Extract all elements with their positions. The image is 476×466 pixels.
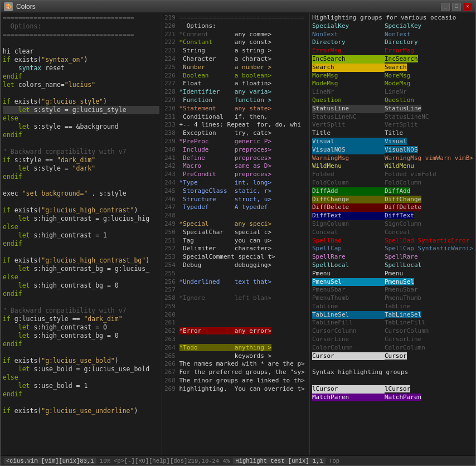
app-window: 🎨 Colors _ □ ✕ =========================… [0, 0, 476, 466]
main-content: ================================== Optio… [1, 13, 475, 455]
statusbar-text: <cius.vim [vim][unix]83,1 10% <p>[-][RO]… [1, 458, 475, 464]
left-code-panel[interactable]: ================================== Optio… [1, 13, 162, 455]
titlebar: 🎨 Colors _ □ ✕ [1, 1, 475, 13]
right-highlights-panel[interactable]: Highlighting groups for various occasio … [310, 13, 475, 455]
window-title: Colors [16, 3, 441, 11]
help-text: 219 ================================== 2… [162, 13, 309, 395]
minimize-button[interactable]: _ [441, 3, 450, 11]
window-controls: _ □ ✕ [441, 3, 472, 11]
app-icon: 🎨 [4, 2, 13, 11]
mid-help-panel[interactable]: 219 ================================== 2… [162, 13, 310, 455]
statusbar: <cius.vim [vim][unix]83,1 10% <p>[-][RO]… [1, 455, 475, 465]
highlights-text: Highlighting groups for various occasio … [310, 13, 475, 402]
code-text: ================================== Optio… [1, 13, 162, 416]
close-button[interactable]: ✕ [463, 3, 472, 11]
maximize-button[interactable]: □ [452, 3, 461, 11]
